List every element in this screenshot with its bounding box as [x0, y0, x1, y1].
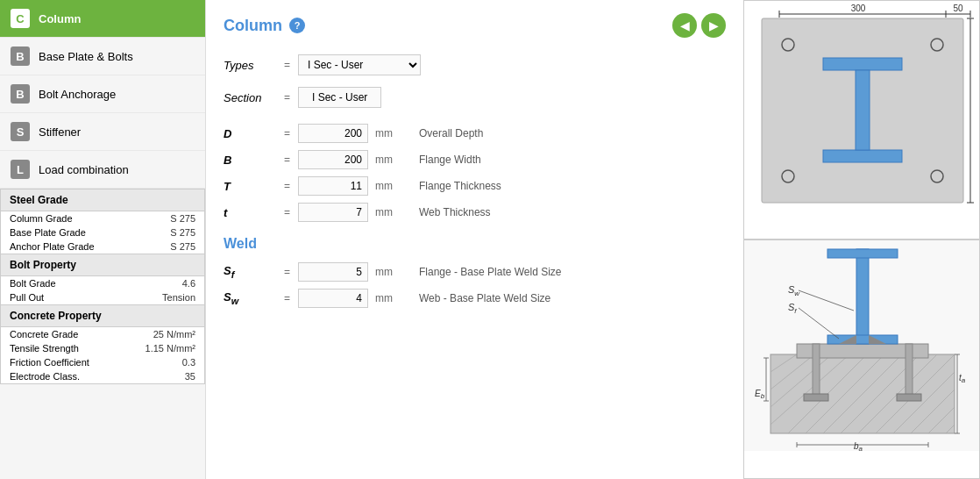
- section-row: Section = I Sec - User: [224, 83, 726, 111]
- nav-prev-button[interactable]: ◀: [672, 13, 697, 38]
- weld-field-desc-sw: Web - Base Plate Weld Size: [419, 292, 550, 304]
- concrete-property-row: Friction Coefficient0.3: [1, 355, 204, 369]
- weld-title: Weld: [224, 236, 726, 252]
- svg-text:300: 300: [851, 4, 866, 13]
- field-name-b: B: [224, 154, 276, 167]
- steel-grade-panel: Steel Grade Column GradeS 275Base Plate …: [0, 189, 205, 254]
- field-row-t: t = mm Web Thickness: [224, 199, 726, 225]
- types-equals: =: [276, 59, 298, 71]
- svg-rect-44: [897, 394, 921, 401]
- weld-field-row-sf: Sf = mm Flange - Base Plate Weld Size: [224, 259, 726, 285]
- types-label: Types: [224, 59, 276, 72]
- svg-text:50: 50: [953, 4, 963, 13]
- field-input-t[interactable]: [298, 176, 368, 196]
- bottom-diagram-svg: Sw Sf Eb ta ba: [744, 240, 980, 451]
- field-row-t: T = mm Flange Thickness: [224, 173, 726, 199]
- main-content: Column ? ◀ ▶ Types = I Sec - User Sectio…: [206, 0, 743, 479]
- concrete-property-row: Tensile Strength1.15 N/mm²: [1, 341, 204, 355]
- svg-rect-36: [856, 249, 869, 344]
- top-diagram-svg: 300 50 300: [744, 1, 980, 240]
- svg-rect-41: [813, 344, 820, 397]
- weld-field-name-sf: Sf: [224, 264, 276, 280]
- field-input-b[interactable]: [298, 150, 368, 169]
- svg-rect-42: [905, 344, 913, 397]
- field-desc-t: Web Thickness: [419, 206, 491, 218]
- bolt-property-panel: Bolt Property Bolt Grade4.6Pull OutTensi…: [0, 254, 205, 305]
- help-icon[interactable]: ?: [289, 18, 305, 33]
- sidebar-label-base-plate-bolts: Base Plate & Bolts: [39, 50, 133, 63]
- svg-rect-38: [827, 335, 898, 344]
- field-name-t: t: [224, 206, 276, 219]
- bolt-property-row: Bolt Grade4.6: [1, 276, 204, 290]
- steel-grade-row: Anchor Plate GradeS 275: [1, 240, 204, 254]
- sidebar-label-column: Column: [39, 12, 81, 25]
- sidebar-letter-bolt-anchorage: B: [11, 84, 30, 104]
- column-header: Column ? ◀ ▶: [224, 13, 726, 38]
- field-desc-b: Flange Width: [419, 154, 481, 166]
- diagrams-panel: 300 50 300 Column : I Sec -: [743, 0, 980, 479]
- svg-rect-43: [804, 394, 828, 401]
- field-row-d: D = mm Overall Depth: [224, 120, 726, 147]
- section-button[interactable]: I Sec - User: [298, 87, 381, 108]
- concrete-property-row: Concrete Grade25 N/mm²: [1, 327, 204, 341]
- bolt-property-row: Pull OutTension: [1, 290, 204, 304]
- section-equals: =: [276, 91, 298, 104]
- steel-grade-row: Column GradeS 275: [1, 211, 204, 225]
- steel-grade-row: Base Plate GradeS 275: [1, 225, 204, 240]
- section-label: Section: [224, 91, 276, 104]
- weld-field-row-sw: Sw = mm Web - Base Plate Weld Size: [224, 285, 726, 311]
- svg-rect-16: [823, 58, 902, 70]
- sidebar-label-stiffener: Stiffener: [39, 125, 81, 139]
- sidebar-label-load-combination: Load combination: [39, 163, 129, 176]
- bottom-diagram-box: Sw Sf Eb ta ba: [743, 240, 980, 479]
- weld-field-input-sf[interactable]: [298, 262, 368, 282]
- types-row: Types = I Sec - User: [224, 51, 726, 79]
- field-name-t: T: [224, 180, 276, 193]
- top-diagram-box: 300 50 300 Column : I Sec -: [743, 0, 980, 240]
- sidebar: CColumnBBase Plate & BoltsBBolt Anchorag…: [0, 0, 206, 479]
- sidebar-letter-base-plate-bolts: B: [11, 46, 30, 66]
- sidebar-label-bolt-anchorage: Bolt Anchorage: [39, 88, 116, 101]
- weld-field-input-sw[interactable]: [298, 289, 368, 308]
- column-title: Column ?: [224, 17, 305, 35]
- field-input-t[interactable]: [298, 203, 368, 222]
- sidebar-letter-load-combination: L: [11, 160, 30, 179]
- concrete-property-row: Electrode Class.35: [1, 369, 204, 383]
- weld-field-name-sw: Sw: [224, 290, 276, 306]
- steel-grade-title: Steel Grade: [1, 189, 204, 211]
- concrete-property-panel: Concrete Property Concrete Grade25 N/mm²…: [0, 305, 205, 384]
- field-desc-t: Flange Thickness: [419, 180, 501, 192]
- sidebar-item-base-plate-bolts[interactable]: BBase Plate & Bolts: [0, 38, 205, 75]
- concrete-property-title: Concrete Property: [1, 305, 204, 327]
- sidebar-item-load-combination[interactable]: LLoad combination: [0, 151, 205, 189]
- sidebar-letter-column: C: [11, 9, 30, 28]
- field-row-b: B = mm Flange Width: [224, 147, 726, 173]
- types-select[interactable]: I Sec - User: [298, 54, 421, 75]
- bolt-property-title: Bolt Property: [1, 254, 204, 276]
- sidebar-item-column[interactable]: CColumn: [0, 0, 205, 38]
- sidebar-item-bolt-anchorage[interactable]: BBolt Anchorage: [0, 75, 205, 113]
- field-desc-d: Overall Depth: [419, 127, 483, 139]
- field-input-d[interactable]: [298, 124, 368, 143]
- field-name-d: D: [224, 127, 276, 140]
- weld-field-desc-sf: Flange - Base Plate Weld Size: [419, 266, 562, 278]
- title-text: Column: [224, 17, 282, 35]
- svg-rect-18: [856, 70, 870, 150]
- sidebar-item-stiffener[interactable]: SStiffener: [0, 113, 205, 151]
- svg-rect-17: [823, 150, 902, 162]
- sidebar-letter-stiffener: S: [11, 122, 30, 141]
- svg-rect-37: [827, 249, 898, 258]
- nav-arrows: ◀ ▶: [672, 13, 726, 38]
- nav-next-button[interactable]: ▶: [701, 13, 726, 38]
